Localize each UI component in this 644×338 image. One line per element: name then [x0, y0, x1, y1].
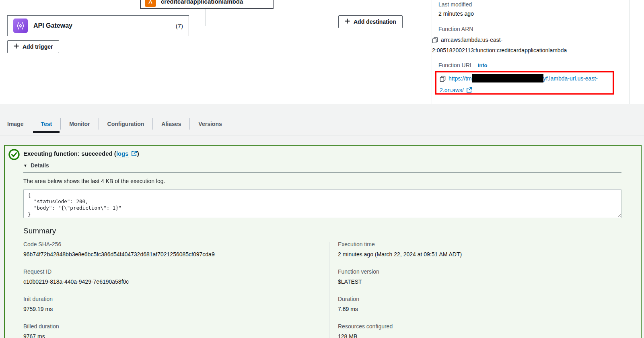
summary-title: Summary	[23, 227, 621, 235]
execution-status-line: Executing function: succeeded (logs )	[23, 146, 621, 158]
function-url-link[interactable]: https://tmyf.lambda-url.us-east-	[449, 75, 598, 82]
last-modified-value: 2 minutes ago	[438, 10, 474, 17]
field-value: 7.69 ms	[338, 305, 462, 313]
add-destination-button[interactable]: Add destination	[338, 15, 403, 28]
function-url-annotation-box: https://tmyf.lambda-url.us-east- 2.on.aw…	[435, 71, 614, 95]
field-value: 9767 ms	[23, 332, 329, 338]
field-value: 128 MB	[338, 332, 462, 338]
info-link[interactable]: Info	[478, 62, 488, 68]
add-trigger-button[interactable]: Add trigger	[7, 40, 59, 53]
function-url-prefix: https://tm	[449, 75, 472, 82]
tab-label: Image	[7, 121, 23, 127]
plus-icon	[14, 43, 19, 50]
function-details-panel: Last modified 2 minutes ago Function ARN…	[431, 0, 629, 104]
lambda-icon: λ	[145, 0, 156, 7]
copy-icon[interactable]	[432, 37, 438, 46]
summary-column-left: Code SHA-256 96b74f72b42848bb3e8e6bc5fc3…	[23, 241, 329, 338]
lambda-function-node[interactable]: λ creditcardapplicationlambda	[140, 0, 274, 9]
field-value: 9759.19 ms	[23, 305, 329, 313]
function-url-link[interactable]: 2.on.aws/	[440, 87, 464, 93]
function-url-label: Function URL	[438, 62, 473, 68]
summary-field-function-version: Function version $LATEST	[338, 268, 462, 286]
summary-grid: Code SHA-256 96b74f72b42848bb3e8e6bc5fc3…	[23, 241, 621, 338]
lambda-console-page: λ creditcardapplicationlambda API Gatewa…	[0, 0, 644, 338]
tab-label: Configuration	[107, 121, 144, 127]
last-modified-label: Last modified	[438, 1, 472, 8]
field-label: Resources configured	[338, 323, 462, 330]
copy-icon[interactable]	[440, 74, 446, 85]
status-text: Executing function: succeeded (	[23, 150, 116, 157]
redaction-bar	[472, 74, 543, 82]
execution-log-output[interactable]: { "statusCode": 200, "body": "{\"predict…	[23, 189, 621, 218]
caret-down-icon: ▼	[23, 163, 27, 168]
tab-label: Monitor	[69, 121, 90, 127]
function-url-label-row: Function URLInfo	[438, 62, 487, 68]
trigger-count-badge: (7)	[176, 23, 183, 29]
field-value: 96b74f72b42848bb3e8e6bc5fc386d54f404732d…	[23, 250, 329, 258]
function-arn-value: arn:aws:lambda:us-east-2:085182002113:fu…	[432, 37, 567, 54]
add-destination-label: Add destination	[354, 19, 396, 25]
function-arn-label: Function ARN	[438, 26, 473, 32]
field-value: c10b0219-818a-440a-9429-7e6190a58f0c	[23, 278, 329, 286]
summary-field-billed-duration: Billed duration 9767 ms	[23, 323, 329, 338]
field-label: Execution time	[338, 241, 462, 247]
tab-aliases[interactable]: Aliases	[153, 113, 189, 134]
function-arn-row: arn:aws:lambda:us-east-2:085182002113:fu…	[432, 35, 624, 55]
summary-field-resources-configured: Resources configured 128 MB	[338, 323, 462, 338]
details-label: Details	[31, 162, 49, 169]
details-divider	[23, 172, 621, 173]
success-check-icon	[8, 148, 20, 162]
status-text-close: )	[137, 150, 139, 157]
logs-link[interactable]: logs	[116, 150, 129, 157]
tab-image[interactable]: Image	[0, 113, 32, 134]
external-link-icon[interactable]	[466, 86, 472, 95]
tab-configuration[interactable]: Configuration	[99, 113, 153, 134]
lambda-node-label: creditcardapplicationlambda	[161, 0, 243, 5]
api-gateway-trigger-node[interactable]: API Gateway (7)	[7, 15, 189, 36]
graph-connector-horizontal	[189, 26, 206, 26]
summary-field-init-duration: Init duration 9759.19 ms	[23, 296, 329, 313]
log-note: The area below shows the last 4 KB of th…	[23, 178, 621, 184]
field-label: Code SHA-256	[23, 241, 329, 247]
graph-connector-vertical	[205, 9, 206, 26]
summary-field-code-sha: Code SHA-256 96b74f72b42848bb3e8e6bc5fc3…	[23, 241, 329, 258]
tabs: Image Test Monitor Configuration Aliases…	[0, 113, 230, 134]
field-label: Request ID	[23, 268, 329, 275]
tab-label: Aliases	[161, 121, 181, 127]
result-panel-content: Executing function: succeeded (logs ) ▼D…	[23, 146, 621, 338]
tab-label: Test	[41, 121, 52, 127]
summary-field-execution-time: Execution time 2 minutes ago (March 22, …	[338, 241, 462, 258]
function-overview-card: λ creditcardapplicationlambda API Gatewa…	[0, 0, 630, 104]
field-value: $LATEST	[338, 278, 462, 286]
function-url-suffix: 2.on.aws/	[440, 87, 464, 93]
tab-versions[interactable]: Versions	[190, 113, 230, 134]
execution-result-panel: Executing function: succeeded (logs ) ▼D…	[4, 145, 642, 338]
add-trigger-label: Add trigger	[23, 43, 53, 50]
field-value: 2 minutes ago (March 22, 2024 at 09:51 A…	[338, 250, 462, 258]
function-url-middle: yf.lambda-url.us-east-	[543, 75, 598, 82]
api-gateway-icon	[13, 19, 28, 33]
field-label: Duration	[338, 296, 462, 302]
tabstrip-border	[0, 136, 644, 136]
function-url-line1: https://tmyf.lambda-url.us-east-	[440, 73, 609, 85]
summary-column-divider	[329, 242, 329, 338]
external-link-icon[interactable]	[131, 150, 137, 158]
details-toggle[interactable]: ▼Details	[23, 162, 621, 169]
api-gateway-node-label: API Gateway	[33, 22, 72, 29]
summary-column-right: Execution time 2 minutes ago (March 22, …	[329, 241, 462, 338]
function-url-line2: 2.on.aws/	[440, 85, 609, 95]
field-label: Init duration	[23, 296, 329, 302]
tab-monitor[interactable]: Monitor	[61, 113, 98, 134]
field-label: Billed duration	[23, 323, 329, 330]
function-tabstrip: Image Test Monitor Configuration Aliases…	[0, 104, 644, 136]
tab-label: Versions	[198, 121, 222, 127]
summary-field-duration: Duration 7.69 ms	[338, 296, 462, 313]
summary-field-request-id: Request ID c10b0219-818a-440a-9429-7e619…	[23, 268, 329, 286]
field-label: Function version	[338, 268, 462, 275]
plus-icon	[345, 19, 350, 25]
tab-test[interactable]: Test	[32, 113, 60, 134]
